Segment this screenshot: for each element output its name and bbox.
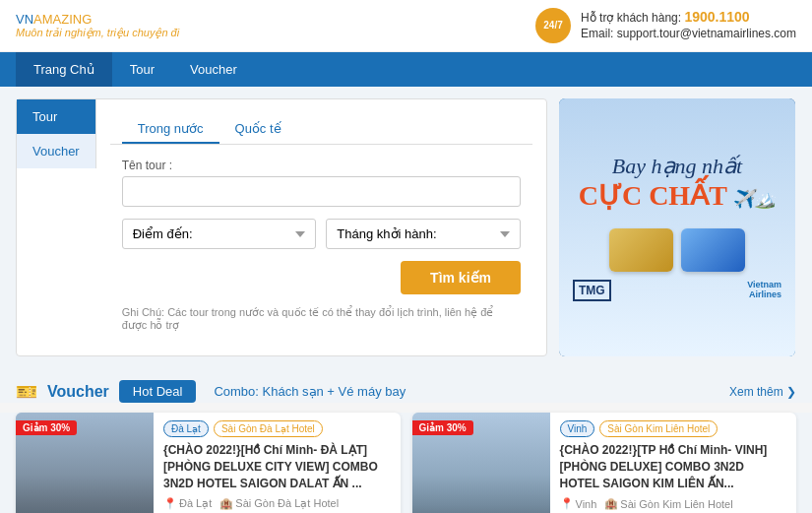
left-tab-voucher[interactable]: Voucher (17, 134, 96, 168)
banner-title: Bay hạng nhất CỰC CHẤT ✈️🏔️ (579, 154, 777, 213)
voucher-card-2: Giảm 30% Vinh Sài Gòn Kim Liên Hotel {CH… (412, 413, 797, 513)
left-tabs: Tour Voucher (17, 99, 96, 355)
voucher-card-1: Giảm 30% Đà Lạt Sài Gòn Đà Lạt Hotel {CH… (16, 413, 401, 513)
right-form: Trong nước Quốc tế Tên tour : Điểm đến: … (96, 99, 546, 355)
month-select[interactable]: Tháng khởi hành: Tháng 1 Tháng 2 Tháng 3 (326, 219, 521, 249)
search-inner: Tour Voucher Trong nước Quốc tế Tên tour… (17, 99, 546, 355)
search-button[interactable]: Tìm kiếm (401, 261, 521, 294)
discount-badge-1: Giảm 30% (16, 420, 77, 435)
section-tabs: Hot Deal Combo: Khách sạn + Vé máy bay (119, 380, 719, 403)
dropdowns-row: Điểm đến: Hà Nội Hồ Chí Minh Đà Lạt Đà N… (122, 219, 521, 249)
month-col: Tháng khởi hành: Tháng 1 Tháng 2 Tháng 3 (326, 219, 521, 249)
tab-hotdeal[interactable]: Hot Deal (119, 380, 197, 403)
voucher-section: 🎫 Voucher Hot Deal Combo: Khách sạn + Vé… (0, 368, 812, 403)
contact-label: Hỗ trợ khách hàng: (581, 11, 681, 25)
location-tag-1: Đà Lạt (163, 420, 209, 437)
card-image-1: Giảm 30% (16, 413, 154, 513)
nav-item-trangchu[interactable]: Trang Chủ (16, 52, 112, 87)
card-tags-1: Đà Lạt Sài Gòn Đà Lạt Hotel (163, 420, 391, 437)
banner: Bay hạng nhất CỰC CHẤT ✈️🏔️ TMG VietnamA… (559, 98, 795, 356)
header-contact: 24/7 Hỗ trợ khách hàng: 1900.1100 Email:… (535, 8, 796, 43)
card-content-1: Đà Lạt Sài Gòn Đà Lạt Hotel {CHÀO 2022!}… (154, 413, 401, 513)
card-title-1: {CHÀO 2022!}[Hồ Chí Minh- ĐÀ LẠT] [PHÒNG… (163, 442, 391, 491)
cards-row: Giảm 30% Đà Lạt Sài Gòn Đà Lạt Hotel {CH… (0, 413, 812, 513)
nav-item-voucher[interactable]: Voucher (172, 52, 255, 87)
card-image-2: Giảm 30% (412, 413, 550, 513)
card-content-2: Vinh Sài Gòn Kim Liên Hotel {CHÀO 2022!}… (550, 413, 797, 513)
email-label: Email: (581, 27, 613, 40)
email-address: support.tour@vietnamairlines.com (617, 27, 796, 40)
card-meta-1: 📍 Đà Lạt 🏨 Sài Gòn Đà Lạt Hotel (163, 497, 391, 510)
tmg-logo: TMG (573, 280, 611, 301)
nav: Trang Chủ Tour Voucher (0, 52, 812, 87)
destination-col: Điểm đến: Hà Nội Hồ Chí Minh Đà Lạt Đà N… (122, 219, 317, 249)
section-title: Voucher (47, 383, 109, 401)
logo-sub: Muôn trải nghiệm, triệu chuyện đi (16, 27, 179, 39)
hotel-tag-2: Sài Gòn Kim Liên Hotel (599, 420, 718, 437)
tab-trongnuoc[interactable]: Trong nước (122, 115, 219, 144)
va-logo: VietnamAirlines (747, 281, 781, 300)
search-box: Tour Voucher Trong nước Quốc tế Tên tour… (16, 98, 547, 356)
card-meta-2: 📍 Vinh 🏨 Sài Gòn Kim Liên Hotel (560, 497, 787, 510)
tour-name-row: Tên tour : (122, 159, 521, 207)
voucher-icon: 🎫 (16, 381, 37, 403)
phone-number: 1900.1100 (684, 9, 749, 25)
card-title-2: {CHÀO 2022!}[TP Hồ Chí Minh- VINH] [PHÒN… (560, 442, 787, 491)
banner-inner: Bay hạng nhất CỰC CHẤT ✈️🏔️ TMG VietnamA… (559, 98, 795, 356)
banner-logos: TMG VietnamAirlines (569, 280, 785, 301)
search-note: Ghi Chú: Các tour trong nước và quốc tế … (122, 302, 521, 332)
tour-name-input[interactable] (122, 176, 521, 207)
more-link[interactable]: Xem thêm ❯ (729, 385, 796, 399)
inner-tabs: Trong nước Quốc tế (110, 109, 532, 145)
contact-info: Hỗ trợ khách hàng: 1900.1100 Email: supp… (581, 9, 796, 42)
discount-badge-2: Giảm 30% (412, 420, 473, 435)
section-header: 🎫 Voucher Hot Deal Combo: Khách sạn + Vé… (16, 380, 796, 403)
destination-select[interactable]: Điểm đến: Hà Nội Hồ Chí Minh Đà Lạt Đà N… (122, 219, 317, 249)
nav-item-tour[interactable]: Tour (112, 52, 172, 87)
tab-quocte[interactable]: Quốc tế (219, 115, 297, 144)
header: VNAMAZING Muôn trải nghiệm, triệu chuyện… (0, 0, 812, 52)
location-tag-2: Vinh (560, 420, 595, 437)
hotel-tag-1: Sài Gòn Đà Lạt Hotel (214, 420, 323, 437)
main-content: Tour Voucher Trong nước Quốc tế Tên tour… (0, 87, 812, 368)
search-form: Tên tour : Điểm đến: Hà Nội Hồ Chí Minh … (110, 145, 532, 346)
tour-name-label: Tên tour : (122, 159, 521, 172)
tab-combo[interactable]: Combo: Khách sạn + Vé máy bay (200, 380, 419, 403)
support-badge: 24/7 (535, 8, 571, 43)
card-tags-2: Vinh Sài Gòn Kim Liên Hotel (560, 420, 787, 437)
logo: VNAMAZING Muôn trải nghiệm, triệu chuyện… (16, 12, 179, 39)
left-tab-tour[interactable]: Tour (17, 99, 96, 134)
logo-vn: VN (16, 12, 33, 27)
logo-amazing: AMAZING (33, 12, 92, 27)
